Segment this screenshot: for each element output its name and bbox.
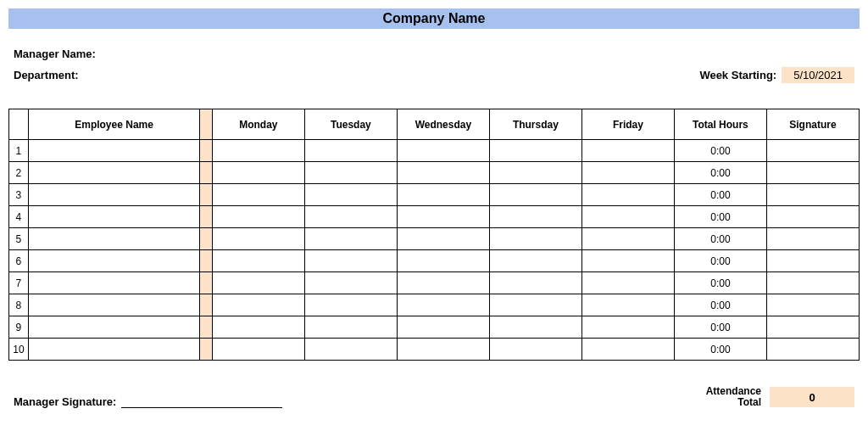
manager-signature-line[interactable] bbox=[121, 396, 282, 408]
row-index: 8 bbox=[9, 294, 29, 316]
cell-thursday[interactable] bbox=[489, 294, 581, 316]
cell-thursday[interactable] bbox=[489, 140, 581, 162]
cell-friday[interactable] bbox=[581, 339, 674, 361]
cell-wednesday[interactable] bbox=[397, 140, 489, 162]
col-idx bbox=[9, 109, 29, 140]
cell-thursday[interactable] bbox=[489, 184, 581, 206]
cell-signature[interactable] bbox=[766, 206, 859, 228]
cell-wednesday[interactable] bbox=[397, 206, 489, 228]
cell-employee-name[interactable] bbox=[28, 184, 199, 206]
cell-employee-name[interactable] bbox=[28, 316, 199, 339]
cell-wednesday[interactable] bbox=[397, 294, 489, 316]
cell-gap bbox=[200, 162, 213, 184]
row-index: 1 bbox=[9, 140, 29, 162]
cell-tuesday[interactable] bbox=[304, 206, 397, 228]
cell-signature[interactable] bbox=[766, 272, 859, 294]
cell-employee-name[interactable] bbox=[28, 294, 199, 316]
table-row: 70:00 bbox=[9, 272, 860, 294]
cell-monday[interactable] bbox=[212, 184, 304, 206]
cell-thursday[interactable] bbox=[489, 339, 581, 361]
cell-monday[interactable] bbox=[212, 250, 304, 272]
cell-friday[interactable] bbox=[581, 140, 674, 162]
cell-monday[interactable] bbox=[212, 162, 304, 184]
table-header-row: Employee Name Monday Tuesday Wednesday T… bbox=[9, 109, 860, 140]
cell-gap bbox=[200, 316, 213, 339]
row-index: 2 bbox=[9, 162, 29, 184]
cell-signature[interactable] bbox=[766, 162, 859, 184]
cell-signature[interactable] bbox=[766, 184, 859, 206]
cell-employee-name[interactable] bbox=[28, 162, 199, 184]
table-row: 30:00 bbox=[9, 184, 860, 206]
col-gap bbox=[200, 109, 213, 140]
cell-tuesday[interactable] bbox=[304, 140, 397, 162]
cell-tuesday[interactable] bbox=[304, 294, 397, 316]
cell-tuesday[interactable] bbox=[304, 162, 397, 184]
cell-signature[interactable] bbox=[766, 250, 859, 272]
col-wednesday: Wednesday bbox=[397, 109, 489, 140]
cell-total-hours: 0:00 bbox=[674, 206, 766, 228]
table-row: 60:00 bbox=[9, 250, 860, 272]
cell-signature[interactable] bbox=[766, 339, 859, 361]
attendance-total-label: Attendance Total bbox=[706, 386, 761, 408]
cell-thursday[interactable] bbox=[489, 250, 581, 272]
cell-wednesday[interactable] bbox=[397, 316, 489, 339]
cell-friday[interactable] bbox=[581, 272, 674, 294]
cell-monday[interactable] bbox=[212, 140, 304, 162]
week-starting-value[interactable]: 5/10/2021 bbox=[782, 67, 854, 83]
manager-signature-label: Manager Signature: bbox=[14, 395, 116, 408]
cell-thursday[interactable] bbox=[489, 272, 581, 294]
col-monday: Monday bbox=[212, 109, 304, 140]
cell-wednesday[interactable] bbox=[397, 228, 489, 250]
cell-friday[interactable] bbox=[581, 294, 674, 316]
cell-wednesday[interactable] bbox=[397, 250, 489, 272]
cell-tuesday[interactable] bbox=[304, 339, 397, 361]
cell-friday[interactable] bbox=[581, 206, 674, 228]
cell-total-hours: 0:00 bbox=[674, 228, 766, 250]
cell-employee-name[interactable] bbox=[28, 250, 199, 272]
week-starting-label: Week Starting: bbox=[699, 69, 776, 81]
cell-friday[interactable] bbox=[581, 250, 674, 272]
cell-wednesday[interactable] bbox=[397, 184, 489, 206]
cell-thursday[interactable] bbox=[489, 228, 581, 250]
cell-friday[interactable] bbox=[581, 162, 674, 184]
cell-total-hours: 0:00 bbox=[674, 272, 766, 294]
company-title-bar: Company Name bbox=[8, 8, 860, 29]
cell-employee-name[interactable] bbox=[28, 228, 199, 250]
cell-monday[interactable] bbox=[212, 316, 304, 339]
cell-employee-name[interactable] bbox=[28, 206, 199, 228]
cell-signature[interactable] bbox=[766, 316, 859, 339]
cell-tuesday[interactable] bbox=[304, 272, 397, 294]
cell-signature[interactable] bbox=[766, 140, 859, 162]
row-index: 4 bbox=[9, 206, 29, 228]
cell-signature[interactable] bbox=[766, 228, 859, 250]
cell-thursday[interactable] bbox=[489, 206, 581, 228]
cell-employee-name[interactable] bbox=[28, 272, 199, 294]
cell-wednesday[interactable] bbox=[397, 162, 489, 184]
cell-tuesday[interactable] bbox=[304, 228, 397, 250]
cell-wednesday[interactable] bbox=[397, 272, 489, 294]
cell-monday[interactable] bbox=[212, 294, 304, 316]
table-row: 100:00 bbox=[9, 339, 860, 361]
cell-friday[interactable] bbox=[581, 184, 674, 206]
table-row: 50:00 bbox=[9, 228, 860, 250]
cell-monday[interactable] bbox=[212, 272, 304, 294]
cell-monday[interactable] bbox=[212, 206, 304, 228]
cell-monday[interactable] bbox=[212, 228, 304, 250]
cell-tuesday[interactable] bbox=[304, 250, 397, 272]
cell-employee-name[interactable] bbox=[28, 339, 199, 361]
cell-monday[interactable] bbox=[212, 339, 304, 361]
cell-tuesday[interactable] bbox=[304, 316, 397, 339]
cell-wednesday[interactable] bbox=[397, 339, 489, 361]
table-row: 40:00 bbox=[9, 206, 860, 228]
row-index: 3 bbox=[9, 184, 29, 206]
col-signature: Signature bbox=[766, 109, 859, 140]
cell-signature[interactable] bbox=[766, 294, 859, 316]
cell-thursday[interactable] bbox=[489, 162, 581, 184]
cell-total-hours: 0:00 bbox=[674, 316, 766, 339]
cell-friday[interactable] bbox=[581, 228, 674, 250]
cell-employee-name[interactable] bbox=[28, 140, 199, 162]
cell-tuesday[interactable] bbox=[304, 184, 397, 206]
row-index: 5 bbox=[9, 228, 29, 250]
cell-friday[interactable] bbox=[581, 316, 674, 339]
cell-thursday[interactable] bbox=[489, 316, 581, 339]
